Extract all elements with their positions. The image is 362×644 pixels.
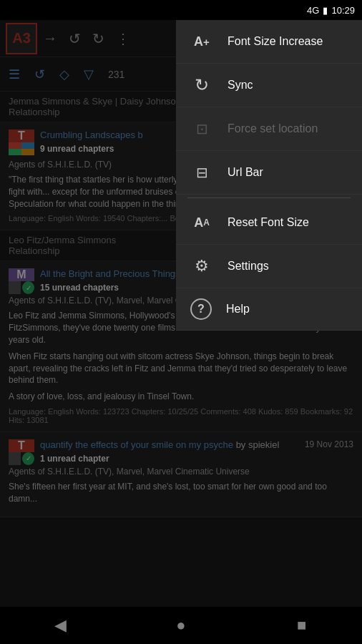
url-bar-icon: ⊟ bbox=[190, 161, 213, 184]
menu-item-force-location[interactable]: ⊡ Force set location bbox=[176, 107, 362, 151]
battery-icon: ▮ bbox=[323, 5, 328, 16]
menu-item-font-increase[interactable]: A+ Font Size Increase bbox=[176, 20, 362, 64]
menu-label-url-bar: Url Bar bbox=[228, 166, 263, 179]
network-indicator: 4G bbox=[307, 5, 319, 16]
menu-label-reset-font: Reset Font Size bbox=[228, 216, 309, 229]
menu-label-force-location: Force set location bbox=[228, 122, 318, 135]
menu-item-reset-font[interactable]: AA Reset Font Size bbox=[176, 201, 362, 245]
menu-label-sync: Sync bbox=[228, 79, 253, 92]
menu-item-url-bar[interactable]: ⊟ Url Bar bbox=[176, 151, 362, 195]
dropdown-menu: A+ Font Size Increase ↻ Sync ⊡ Force set… bbox=[176, 20, 362, 331]
menu-item-sync[interactable]: ↻ Sync bbox=[176, 64, 362, 107]
help-icon: ? bbox=[190, 298, 212, 320]
menu-label-font-increase: Font Size Increase bbox=[228, 35, 323, 48]
status-bar: 4G ▮ 10:29 bbox=[0, 0, 362, 20]
reset-font-icon: AA bbox=[190, 211, 213, 234]
menu-label-settings: Settings bbox=[228, 260, 269, 273]
time-display: 10:29 bbox=[331, 5, 355, 16]
font-increase-icon: A+ bbox=[190, 30, 213, 53]
settings-icon: ⚙ bbox=[190, 255, 213, 278]
status-icons: 4G ▮ 10:29 bbox=[307, 5, 355, 16]
menu-item-settings[interactable]: ⚙ Settings bbox=[176, 245, 362, 288]
force-location-icon: ⊡ bbox=[190, 117, 213, 140]
menu-label-help: Help bbox=[226, 303, 250, 316]
sync-icon: ↻ bbox=[190, 74, 213, 97]
menu-divider bbox=[187, 197, 351, 198]
menu-item-help[interactable]: ? Help bbox=[176, 288, 362, 331]
